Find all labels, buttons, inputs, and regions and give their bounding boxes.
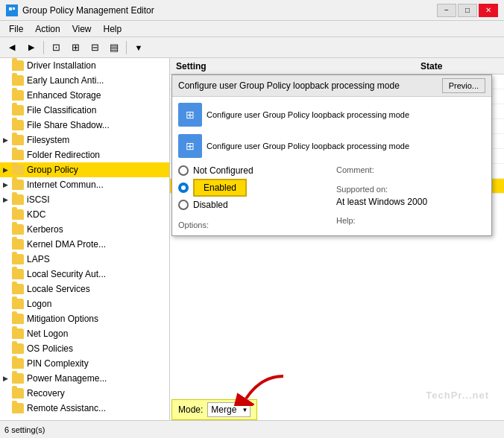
menu-file[interactable]: File xyxy=(3,22,29,36)
sidebar: Driver Installation Early Launch Anti...… xyxy=(0,58,170,420)
content-header: Setting State xyxy=(170,58,504,74)
radio-not-configured-circle xyxy=(178,165,189,176)
popup-setting-icons-row: ⊞ Configure user Group Policy loopback p… xyxy=(178,103,485,127)
close-button[interactable]: ✕ xyxy=(479,4,498,17)
sidebar-item-label: Filesystem xyxy=(27,135,69,145)
sidebar-item-remote-assistance[interactable]: Remote Assistanc... xyxy=(0,401,169,416)
enabled-button[interactable]: Enabled xyxy=(193,179,247,197)
prev-next-button[interactable]: Previo... xyxy=(442,78,485,93)
folder-icon xyxy=(12,209,24,220)
sidebar-item-kernel-dma[interactable]: Kernel DMA Prote... xyxy=(0,237,169,252)
sidebar-item-file-classification[interactable]: File Classification xyxy=(0,103,169,118)
toolbar-btn-1[interactable]: ⊡ xyxy=(47,39,65,56)
folder-icon xyxy=(12,254,24,264)
folder-icon xyxy=(12,269,24,279)
popup-setting-icon-2: ⊞ xyxy=(178,134,202,158)
sidebar-item-locale-services[interactable]: Locale Services xyxy=(0,282,169,296)
mode-dropdown[interactable]: Merge ▼ xyxy=(207,402,251,417)
col-setting-header: Setting xyxy=(170,61,415,72)
sidebar-item-label: Power Manageme... xyxy=(27,373,107,384)
radio-disabled[interactable]: Disabled xyxy=(178,200,327,210)
menu-view[interactable]: View xyxy=(66,22,98,36)
sidebar-item-enhanced-storage[interactable]: Enhanced Storage xyxy=(0,88,169,103)
sidebar-item-folder-redirection[interactable]: Folder Redirection xyxy=(0,147,169,162)
maximize-button[interactable]: □ xyxy=(458,4,477,17)
supported-on-value: At least Windows 2000 xyxy=(336,197,485,207)
radio-group: Not Configured Enabled Disabled xyxy=(178,165,327,210)
radio-disabled-circle xyxy=(178,200,189,210)
radio-disabled-label: Disabled xyxy=(193,200,228,210)
folder-icon xyxy=(12,314,24,324)
sidebar-item-early-launch[interactable]: Early Launch Anti... xyxy=(0,73,169,88)
radio-not-configured[interactable]: Not Configured xyxy=(178,165,327,176)
sidebar-item-mitigation-options[interactable]: Mitigation Options xyxy=(0,311,169,326)
sidebar-item-os-policies[interactable]: OS Policies xyxy=(0,341,169,356)
sidebar-item-file-share[interactable]: File Share Shadow... xyxy=(0,118,169,133)
sidebar-item-laps[interactable]: LAPS xyxy=(0,252,169,267)
popup-header-title: Configure user Group Policy loopback pro… xyxy=(178,80,400,91)
sidebar-item-kerberos[interactable]: Kerberos xyxy=(0,222,169,237)
sidebar-item-pin-complexity[interactable]: PIN Complexity xyxy=(0,356,169,371)
sidebar-item-label: Enhanced Storage xyxy=(27,90,101,101)
sidebar-item-label: Driver Installation xyxy=(27,60,96,71)
minimize-button[interactable]: − xyxy=(437,4,456,17)
sidebar-item-label: Local Security Aut... xyxy=(27,269,106,279)
toolbar-btn-2[interactable]: ⊞ xyxy=(66,39,84,56)
sidebar-item-internet-commun[interactable]: ▶ Internet Commun... xyxy=(0,177,169,192)
sidebar-item-label: File Classification xyxy=(27,105,96,115)
sidebar-item-label: Kerberos xyxy=(27,224,63,235)
status-text: 6 setting(s) xyxy=(4,425,45,434)
menu-bar: File Action View Help xyxy=(0,21,504,37)
sidebar-item-logon[interactable]: Logon xyxy=(0,296,169,311)
sidebar-item-kdc[interactable]: KDC xyxy=(0,207,169,222)
folder-icon xyxy=(12,388,24,399)
popup-icon-label-1: Configure user Group Policy loopback pro… xyxy=(207,110,485,119)
sidebar-item-local-security[interactable]: Local Security Aut... xyxy=(0,267,169,282)
supported-on-label: Supported on: xyxy=(336,185,485,194)
sidebar-item-label: Early Launch Anti... xyxy=(27,75,104,86)
expand-icon: ▶ xyxy=(3,181,12,188)
expand-icon: ▶ xyxy=(3,375,12,382)
toolbar-separator-1 xyxy=(43,41,44,54)
folder-icon xyxy=(12,224,24,235)
folder-icon xyxy=(12,194,24,205)
sidebar-item-recovery[interactable]: Recovery xyxy=(0,386,169,401)
sidebar-item-label: Folder Redirection xyxy=(27,150,100,160)
folder-icon xyxy=(12,299,24,309)
forward-button[interactable]: ▶ xyxy=(22,39,40,56)
toolbar-btn-4[interactable]: ▤ xyxy=(105,39,123,56)
sidebar-item-group-policy[interactable]: ▶ Group Policy xyxy=(0,162,169,177)
popup-setting-icon-1: ⊞ xyxy=(178,103,202,127)
popup-body: ⊞ Configure user Group Policy loopback p… xyxy=(172,97,491,235)
sidebar-item-driver-installation[interactable]: Driver Installation xyxy=(0,58,169,73)
folder-icon xyxy=(12,165,24,175)
supported-on-section: Supported on: At least Windows 2000 xyxy=(336,185,485,207)
radio-enabled[interactable]: Enabled xyxy=(178,179,327,197)
sidebar-item-label: Recovery xyxy=(27,388,65,399)
folder-icon xyxy=(12,120,24,130)
dropdown-arrow-icon: ▼ xyxy=(242,407,248,413)
toolbar: ◀ ▶ ⊡ ⊞ ⊟ ▤ ▼ xyxy=(0,37,504,58)
sidebar-item-iscsi[interactable]: ▶ iSCSI xyxy=(0,192,169,207)
options-label: Options: xyxy=(178,220,327,229)
mode-value: Merge xyxy=(211,404,236,415)
folder-icon xyxy=(12,180,24,190)
comment-label: Comment: xyxy=(336,165,485,174)
menu-help[interactable]: Help xyxy=(98,22,128,36)
popup-overlay: Configure user Group Policy loopback pro… xyxy=(171,74,492,236)
sidebar-item-net-logon[interactable]: Net Logon xyxy=(0,326,169,341)
sidebar-item-filesystem[interactable]: ▶ Filesystem xyxy=(0,133,169,147)
sidebar-item-label: Group Policy xyxy=(27,165,78,175)
back-button[interactable]: ◀ xyxy=(3,39,21,56)
menu-action[interactable]: Action xyxy=(29,22,66,36)
folder-icon xyxy=(12,343,24,354)
folder-icon xyxy=(12,75,24,86)
toolbar-btn-3[interactable]: ⊟ xyxy=(86,39,104,56)
popup-options-row: Not Configured Enabled Disabled Commen xyxy=(178,165,485,210)
svg-rect-1 xyxy=(9,7,12,10)
help-section: Help: xyxy=(327,216,485,229)
toolbar-separator-2 xyxy=(126,41,127,54)
expand-icon: ▶ xyxy=(3,136,12,144)
sidebar-item-power-management[interactable]: ▶ Power Manageme... xyxy=(0,371,169,386)
filter-button[interactable]: ▼ xyxy=(130,39,148,56)
